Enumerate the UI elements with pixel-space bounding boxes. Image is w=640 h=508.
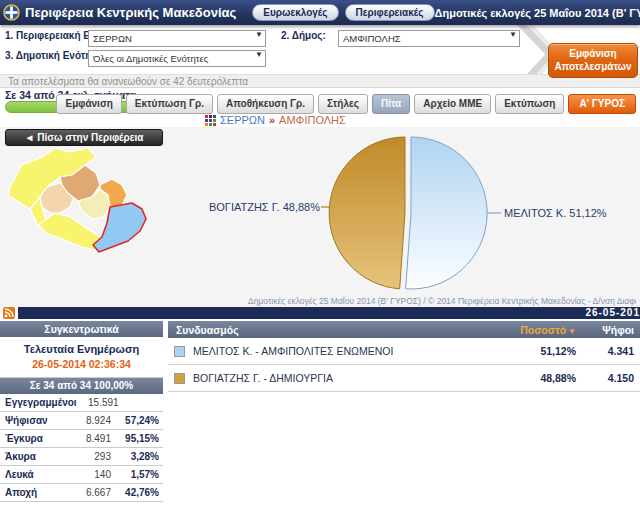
column-header-percent-label: Ποσοστό	[520, 324, 566, 336]
breadcrumb-separator: »	[269, 114, 275, 126]
show-button[interactable]: Εμφάνιση	[56, 94, 121, 114]
table-row: Λευκά 140 1,57%	[0, 466, 163, 484]
summary-panel: Συγκεντρωτικά Τελευταία Ενημέρωση 26-05-…	[0, 321, 163, 502]
candidates-table-header: Συνδυασμός Ποσοστό▼ Ψήφοι	[168, 321, 640, 338]
table-row: Εγγεγραμμένοι 15.591	[0, 394, 163, 412]
first-round-button[interactable]: Α' ΓΥΡΟΣ	[568, 94, 636, 114]
filter-panel: 1. Περιφερειακή Ενότ.: ΣΕΡΡΩΝ ▼ 2. Δήμος…	[0, 25, 640, 88]
coalition-name: ΜΕΛΙΤΟΣ Κ. - ΑΜΦΙΠΟΛΙΤΕΣ ΕΝΩΜΕΝΟΙ	[193, 345, 484, 357]
regional-unit-select[interactable]: ΣΕΡΡΩΝ	[88, 30, 266, 47]
print-graph-button[interactable]: Εκτύπωση Γρ.	[126, 94, 213, 114]
table-row: Άκυρα 293 3,28%	[0, 448, 163, 466]
stat-value: 140	[61, 469, 111, 480]
stat-percent: 57,24%	[111, 415, 163, 426]
breadcrumb-municipality: ΑΜΦΙΠΟΛΗΣ	[279, 114, 346, 126]
candidates-table: Συνδυασμός Ποσοστό▼ Ψήφοι ΜΕΛΙΤΟΣ Κ. - Α…	[168, 321, 640, 392]
table-row: Αποχή 6.667 42,76%	[0, 484, 163, 502]
region-map[interactable]	[0, 147, 170, 305]
breadcrumb: ΣΕΡΡΩΝ » ΑΜΦΙΠΟΛΗΣ	[205, 114, 346, 126]
election-type-nav: Ευρωεκλογές Περιφερειακές	[252, 4, 434, 21]
pie-label-melitos: ΜΕΛΙΤΟΣ Κ. 51,12%	[504, 207, 607, 219]
nav-regional-button[interactable]: Περιφερειακές	[345, 4, 435, 21]
refresh-countdown-text: Τα αποτελέσματα θα ανανεωθούν σε 42 δευτ…	[0, 74, 640, 88]
pie-label-vogiatzis: ΒΟΓΙΑΤΖΗΣ Γ. 48,88%	[209, 201, 320, 213]
rss-icon[interactable]	[3, 307, 15, 319]
stat-label: Έγκυρα	[0, 433, 61, 444]
nav-euroelections-button[interactable]: Ευρωεκλογές	[252, 4, 338, 21]
stat-label: Αποχή	[0, 487, 61, 498]
save-graph-button[interactable]: Αποθήκευση Γρ.	[217, 94, 314, 114]
stat-label: Εγγεγραμμένοι	[0, 397, 77, 408]
region-logo-icon	[3, 4, 20, 21]
ticker-date-text: 26-05-201	[18, 307, 640, 319]
back-to-region-button[interactable]: ◄ Πίσω στην Περιφέρεια	[5, 129, 163, 146]
summary-panel-title: Συγκεντρωτικά	[0, 321, 163, 337]
column-header-votes[interactable]: Ψήφοι	[576, 324, 640, 336]
date-ticker-row: 26-05-201	[0, 307, 640, 319]
column-header-percent[interactable]: Ποσοστό▼	[484, 324, 576, 336]
municipal-unit-select[interactable]: Όλες οι Δημοτικές Ενότητες	[88, 50, 266, 67]
coalition-color-swatch	[174, 373, 185, 384]
breadcrumb-region-link[interactable]: ΣΕΡΡΩΝ	[220, 114, 265, 126]
column-header-coalition: Συνδυασμός	[168, 324, 484, 336]
columns-view-button[interactable]: Στήλες	[318, 94, 368, 114]
municipality-label: 2. Δήμος:	[281, 30, 326, 41]
stat-label: Άκυρα	[0, 451, 61, 462]
last-update-label: Τελευταία Ενημέρωση	[0, 343, 163, 355]
table-row: Έγκυρα 8.491 95,15%	[0, 430, 163, 448]
election-results-page: Περιφέρεια Κεντρικής Μακεδονίας Ευρωεκλο…	[0, 0, 640, 508]
toolbar-row: Σε 34 από 34 εκλ. τμήματα 100,00% Εμφάνι…	[0, 88, 640, 127]
stat-value: 293	[61, 451, 111, 462]
coalition-color-swatch	[174, 346, 185, 357]
table-row: Ψήφισαν 8.924 57,24%	[0, 412, 163, 430]
coalition-percent: 51,12%	[484, 345, 576, 357]
stat-label: Ψήφισαν	[0, 415, 61, 426]
chart-copyright-text: Δημοτικές εκλογές 25 Μαΐου 2014 (Β' ΓΥΡΟ…	[248, 296, 636, 306]
top-header-bar: Περιφέρεια Κεντρικής Μακεδονίας Ευρωεκλο…	[0, 0, 640, 25]
results-section: Συγκεντρωτικά Τελευταία Ενημέρωση 26-05-…	[0, 319, 640, 508]
stat-value: 15.591	[77, 397, 119, 408]
map-and-chart-area: ◄ Πίσω στην Περιφέρεια	[0, 127, 640, 307]
pie-chart	[320, 127, 505, 307]
municipality-select[interactable]: ΑΜΦΙΠΟΛΗΣ	[338, 30, 520, 47]
coverage-header: Σε 34 από 34 100,00%	[0, 378, 163, 394]
stat-label: Λευκά	[0, 469, 61, 480]
show-results-button[interactable]: Εμφάνιση Αποτελεσμάτων	[548, 43, 638, 78]
coalition-votes: 4.150	[576, 372, 640, 384]
current-election-label: Δημοτικές εκλογές 25 Μαΐου 2014 (Β' ΓΥΡΟ…	[435, 7, 640, 19]
stat-percent: 42,76%	[111, 487, 163, 498]
coalition-votes: 4.341	[576, 345, 640, 357]
pie-view-button[interactable]: Πίτα	[372, 94, 410, 114]
table-row[interactable]: ΜΕΛΙΤΟΣ Κ. - ΑΜΦΙΠΟΛΙΤΕΣ ΕΝΩΜΕΝΟΙ 51,12%…	[168, 338, 640, 365]
pie-slice-melitos[interactable]	[406, 137, 488, 289]
stat-value: 8.924	[61, 415, 111, 426]
sort-desc-icon: ▼	[568, 327, 576, 336]
stat-value: 8.491	[61, 433, 111, 444]
last-update-cell: Τελευταία Ενημέρωση 26-05-2014 02:36:34	[0, 337, 163, 378]
coalition-percent: 48,88%	[484, 372, 576, 384]
coalition-name: ΒΟΓΙΑΤΖΗΣ Γ. - ΔΗΜΙΟΥΡΓΙΑ	[193, 372, 484, 384]
pie-slice-vogiatzis[interactable]	[329, 137, 405, 289]
regional-unit-select-wrap: ΣΕΡΡΩΝ ▼	[88, 28, 266, 45]
print-button[interactable]: Εκτύπωση	[495, 94, 564, 114]
table-row[interactable]: ΒΟΓΙΑΤΖΗΣ Γ. - ΔΗΜΙΟΥΡΓΙΑ 48,88% 4.150	[168, 365, 640, 392]
last-update-timestamp: 26-05-2014 02:36:34	[0, 358, 163, 370]
stat-percent: 3,28%	[111, 451, 163, 462]
page-title: Περιφέρεια Κεντρικής Μακεδονίας	[25, 5, 236, 20]
stat-percent: 1,57%	[111, 469, 163, 480]
stat-value: 6.667	[61, 487, 111, 498]
media-archive-button[interactable]: Αρχείο ΜΜΕ	[414, 94, 491, 114]
chart-toolbar: Εμφάνιση Εκτύπωση Γρ. Αποθήκευση Γρ. Στή…	[56, 94, 636, 114]
municipality-select-wrap: ΑΜΦΙΠΟΛΗΣ ▼	[338, 28, 520, 45]
municipal-unit-select-wrap: Όλες οι Δημοτικές Ενότητες ▼	[88, 48, 266, 65]
color-grid-icon	[205, 115, 216, 126]
stat-percent: 95,15%	[111, 433, 163, 444]
